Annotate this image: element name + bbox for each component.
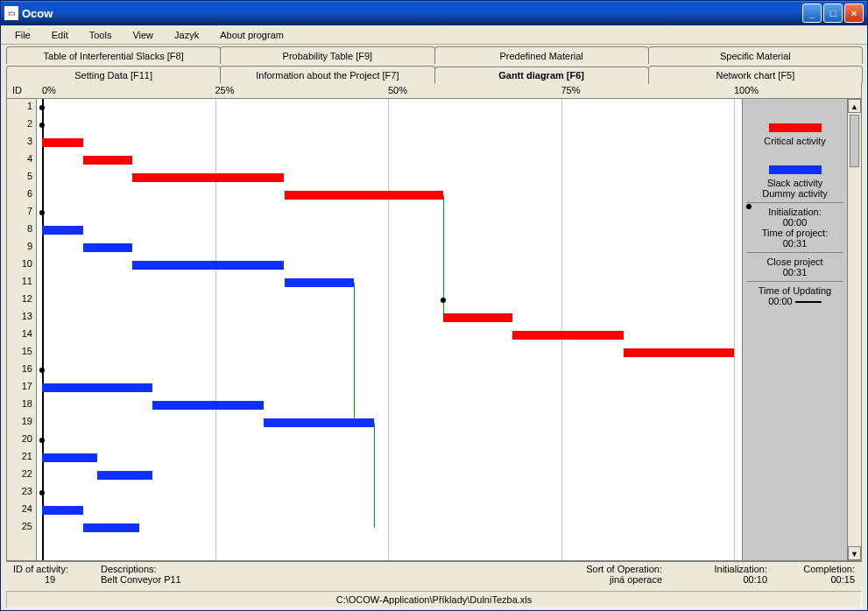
legend-upd-value: 00:00: [768, 296, 793, 306]
gantt-bar-slack[interactable]: [132, 261, 285, 270]
gantt-bar-critical[interactable]: [83, 156, 131, 165]
scroll-thumb[interactable]: [850, 115, 859, 167]
status-desc-label: Descriptions:: [101, 564, 487, 574]
legend-close-label: Close project: [746, 256, 843, 267]
row-id: 22: [7, 467, 36, 484]
row-id: 11: [7, 274, 36, 291]
row-id: 3: [7, 134, 36, 151]
tab-specific-material[interactable]: Specific Material: [648, 46, 863, 64]
chart-wrap: 1234567891011121314151617181920212223242…: [7, 99, 861, 560]
status-id-value: 19: [13, 574, 87, 585]
menu-edit[interactable]: Edit: [41, 28, 79, 42]
id-header: ID: [12, 85, 22, 95]
legend-init-label: Initialization:: [746, 207, 843, 217]
menu-bar: File Edit Tools View Jazyk About program: [1, 25, 867, 45]
gantt-plot[interactable]: [37, 99, 742, 560]
gantt-bar-critical[interactable]: [132, 173, 285, 182]
row-id: 2: [7, 116, 36, 134]
tab-slacks[interactable]: Table of Interferential Slacks [F8]: [6, 46, 221, 64]
legend-critical: Critical activity: [746, 136, 843, 146]
gantt-bar-slack[interactable]: [152, 401, 263, 410]
row-id: 9: [7, 239, 36, 256]
legend-upd-label: Time of Updating: [746, 285, 843, 296]
row-id: 8: [7, 221, 36, 239]
row-id: 10: [7, 256, 36, 274]
gantt-bar-critical[interactable]: [42, 138, 83, 147]
gantt-bar-critical[interactable]: [443, 313, 512, 322]
gantt-bar-slack[interactable]: [83, 523, 138, 532]
row-id: 23: [7, 484, 36, 502]
status-compl-label: Completion:: [781, 564, 855, 574]
tab-probability[interactable]: Probability Table [F9]: [220, 46, 434, 64]
status-init-label: Initialization:: [676, 564, 767, 574]
row-id: 20: [7, 432, 36, 449]
gantt-panel: ID 0%25%50%75%100% 123456789101112131415…: [6, 83, 862, 561]
tab-network[interactable]: Network chart [F5]: [648, 66, 863, 83]
gantt-bar-slack[interactable]: [285, 278, 354, 287]
gantt-bar-slack[interactable]: [42, 506, 83, 515]
menu-tools[interactable]: Tools: [79, 28, 123, 42]
close-button[interactable]: ×: [844, 4, 864, 23]
axis-tick: 50%: [388, 85, 407, 95]
row-id: 5: [7, 169, 36, 186]
row-id: 13: [7, 309, 36, 327]
row-id: 25: [7, 519, 36, 537]
status-sort-value: jiná operace: [501, 574, 662, 585]
menu-view[interactable]: View: [122, 28, 164, 42]
status-path: C:\OCOW-Application\Příklady\DulniTezba.…: [336, 594, 533, 605]
tab-project-info[interactable]: Information about the Project [F7]: [220, 66, 434, 83]
activity-status-row: ID of activity: 19 Descriptions: Belt Co…: [6, 561, 862, 589]
row-id: 4: [7, 151, 36, 169]
row-id: 21: [7, 449, 36, 467]
legend-swatch-dummy: [746, 204, 752, 209]
legend-line-glyph: [795, 301, 822, 303]
status-sort-label: Sort of Operation:: [501, 564, 662, 574]
window-title: Ocow: [22, 7, 802, 20]
gantt-bar-critical[interactable]: [624, 348, 734, 357]
axis-tick: 100%: [734, 85, 759, 95]
gantt-dummy-dot: [39, 490, 45, 495]
legend-top-value: 00:31: [746, 238, 843, 249]
tab-predef-material[interactable]: Predefined Material: [434, 46, 649, 64]
gantt-dummy-dot: [39, 368, 45, 373]
gantt-bar-slack[interactable]: [42, 383, 152, 392]
legend-panel: Critical activity Slack activity Dummy a…: [742, 99, 847, 560]
legend-slack: Slack activity: [746, 178, 843, 188]
legend-close-value: 00:31: [746, 267, 843, 277]
tab-gantt[interactable]: Gantt diagram [F6]: [434, 67, 649, 84]
maximize-button[interactable]: □: [823, 4, 843, 23]
menu-about[interactable]: About program: [209, 28, 294, 42]
legend-dummy: Dummy activity: [746, 188, 843, 199]
vertical-scrollbar[interactable]: ▲ ▼: [847, 99, 861, 560]
gantt-dummy-dot: [39, 105, 45, 110]
legend-top-label: Time of project:: [746, 228, 843, 238]
axis-tick: 25%: [215, 85, 235, 95]
tab-setting-data[interactable]: Setting Data [F11]: [6, 66, 221, 83]
gantt-bar-slack[interactable]: [42, 226, 83, 235]
status-init-value: 00:10: [676, 574, 767, 585]
menu-jazyk[interactable]: Jazyk: [164, 28, 209, 42]
title-bar: ▭ Ocow _ □ ×: [1, 1, 867, 25]
menu-file[interactable]: File: [4, 28, 41, 42]
legend-swatch-critical: [769, 123, 822, 132]
gantt-bar-slack[interactable]: [264, 418, 374, 427]
status-compl-value: 00:15: [781, 574, 855, 585]
legend-init-value: 00:00: [746, 217, 843, 228]
row-id: 19: [7, 414, 36, 432]
gantt-dummy-dot: [441, 298, 446, 303]
gantt-bar-slack[interactable]: [97, 471, 152, 480]
scroll-down-icon[interactable]: ▼: [848, 546, 861, 560]
gantt-bar-critical[interactable]: [512, 331, 623, 340]
row-id: 17: [7, 379, 36, 397]
gantt-bar-critical[interactable]: [285, 191, 444, 200]
axis-row: ID 0%25%50%75%100%: [7, 83, 861, 99]
status-id-label: ID of activity:: [13, 564, 87, 574]
minimize-button[interactable]: _: [802, 4, 822, 23]
gantt-bar-slack[interactable]: [42, 453, 97, 462]
scroll-up-icon[interactable]: ▲: [848, 99, 861, 113]
row-id: 18: [7, 397, 36, 414]
row-id: 12: [7, 291, 36, 309]
status-bar: C:\OCOW-Application\Příklady\DulniTezba.…: [6, 591, 862, 608]
gantt-bar-slack[interactable]: [83, 243, 131, 252]
row-id: 6: [7, 186, 36, 204]
